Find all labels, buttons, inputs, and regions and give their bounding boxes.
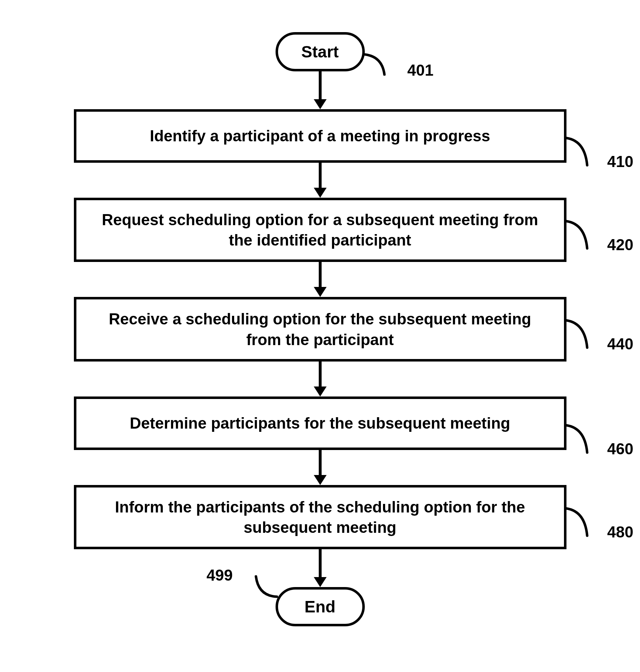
flowchart-column: Start 401 Identify a participant of a me… <box>0 32 640 626</box>
process-step-4: Determine participants for the subsequen… <box>74 396 566 450</box>
arrow <box>314 71 327 109</box>
ref-label-410: 410 <box>607 153 633 171</box>
process-step-5-text: Inform the participants of the schedulin… <box>98 497 543 537</box>
end-label: End <box>304 597 336 616</box>
ref-label-440: 440 <box>607 335 633 353</box>
ref-curve-420 <box>564 214 599 250</box>
process-step-5: Inform the participants of the schedulin… <box>74 485 566 549</box>
process-step-4-text: Determine participants for the subsequen… <box>130 413 510 433</box>
flowchart-canvas: Start 401 Identify a participant of a me… <box>0 0 640 672</box>
ref-label-420: 420 <box>607 236 633 254</box>
process-step-1: Identify a participant of a meeting in p… <box>74 109 566 163</box>
end-terminator: End 499 <box>276 587 365 626</box>
ref-label-460: 460 <box>607 440 633 458</box>
ref-curve-410 <box>564 131 599 167</box>
ref-label-480: 480 <box>607 523 633 541</box>
arrow <box>314 163 327 198</box>
process-step-2-text: Request scheduling option for a subseque… <box>98 209 543 250</box>
ref-curve-440 <box>564 314 599 349</box>
ref-curve-460 <box>564 419 599 454</box>
start-terminator: Start 401 <box>276 32 365 71</box>
ref-label-401: 401 <box>407 61 433 79</box>
ref-curve-480 <box>564 502 599 537</box>
process-step-1-text: Identify a participant of a meeting in p… <box>150 126 490 146</box>
arrow <box>314 262 327 297</box>
start-label: Start <box>301 42 339 61</box>
arrow <box>314 549 327 587</box>
arrow <box>314 450 327 485</box>
process-step-2: Request scheduling option for a subseque… <box>74 198 566 262</box>
process-step-3: Receive a scheduling option for the subs… <box>74 297 566 361</box>
arrow <box>314 362 327 396</box>
ref-curve-401 <box>362 42 396 76</box>
process-step-3-text: Receive a scheduling option for the subs… <box>98 309 543 349</box>
ref-label-499: 499 <box>207 566 233 584</box>
ref-curve-499 <box>244 575 278 609</box>
